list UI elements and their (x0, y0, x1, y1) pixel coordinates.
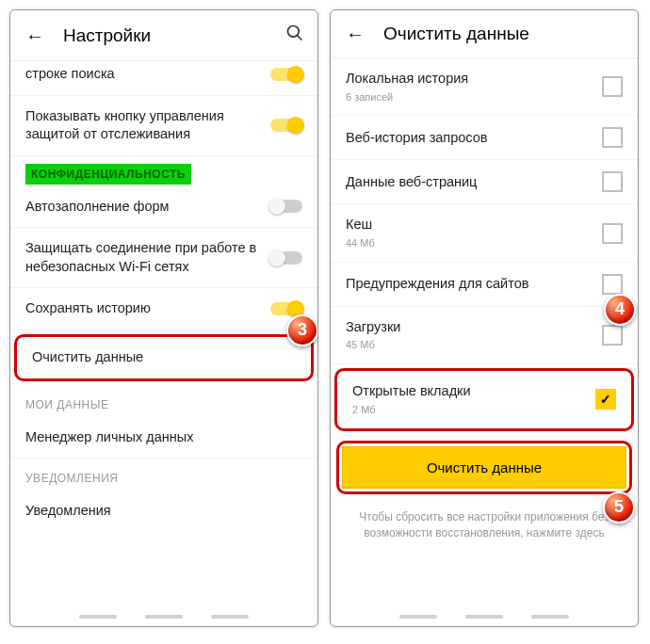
reset-hint[interactable]: Чтобы сбросить все настройки приложения … (331, 500, 638, 542)
section-notifications: УВЕДОМЛЕНИЯ (10, 459, 317, 491)
back-icon[interactable]: ← (346, 24, 365, 43)
row-sublabel: 2 Мб (352, 403, 584, 417)
checkbox[interactable] (602, 171, 623, 192)
clear-data-button[interactable]: Очистить данные (342, 446, 626, 489)
row-sublabel: 44 Мб (346, 236, 591, 250)
setting-row-protect[interactable]: Защищать соединение при работе в небезоп… (10, 228, 317, 288)
checkbox[interactable] (602, 223, 623, 244)
clear-item-row[interactable]: Кеш44 Мб (331, 204, 638, 262)
highlight-clear-data: Очистить данные 3 (14, 334, 314, 381)
row-label: Очистить данные (32, 348, 296, 367)
setting-row[interactable]: строке поиска (10, 61, 317, 96)
toggle[interactable] (270, 119, 302, 132)
header: ← Настройки (10, 10, 317, 61)
highlight-clear-button: Очистить данные5 (336, 441, 632, 494)
page-title: Очистить данные (383, 24, 625, 44)
step-badge-4: 4 (604, 294, 636, 326)
clear-item-row[interactable]: Локальная история6 записей (331, 58, 638, 116)
row-label: Показывать кнопку управления защитой от … (25, 107, 270, 144)
open-tabs-row[interactable]: Открытые вкладки2 Мб (337, 371, 631, 427)
row-label: Менеджер личных данных (25, 428, 302, 447)
row-label: Локальная история6 записей (346, 70, 602, 104)
toggle[interactable] (270, 68, 302, 81)
checkbox[interactable] (602, 127, 623, 148)
row-sublabel: 6 записей (346, 90, 591, 105)
toggle[interactable] (270, 200, 302, 213)
step-badge-5: 5 (603, 491, 635, 523)
clear-data-row[interactable]: Очистить данные (17, 337, 311, 378)
row-label: Автозаполнение форм (25, 198, 270, 217)
toggle[interactable] (270, 251, 302, 265)
android-navbar (10, 613, 317, 626)
step-badge-3: 3 (286, 314, 317, 346)
row-label: Открытые вкладки2 Мб (352, 382, 595, 416)
checkbox-checked[interactable] (595, 389, 616, 410)
toggle[interactable] (270, 302, 302, 315)
notifications-row[interactable]: Уведомления (10, 491, 317, 532)
header: ← Очистить данные (331, 10, 638, 58)
personal-data-manager-row[interactable]: Менеджер личных данных (10, 417, 317, 459)
setting-row-tracking[interactable]: Показывать кнопку управления защитой от … (10, 96, 317, 156)
clear-item-row[interactable]: Предупреждения для сайтов (331, 263, 638, 307)
row-label: Данные веб-страниц (346, 173, 602, 192)
row-label: Уведомления (25, 502, 302, 521)
row-sublabel: 45 Мб (346, 338, 591, 352)
row-label: Предупреждения для сайтов (346, 275, 602, 294)
clear-item-row[interactable]: Загрузки45 Мб4 (331, 307, 638, 364)
clear-data-screen: ← Очистить данные Локальная история6 зап… (330, 9, 639, 627)
clear-item-row[interactable]: Данные веб-страниц (331, 160, 638, 204)
highlight-open-tabs: Открытые вкладки2 Мб (334, 368, 634, 430)
checkbox[interactable] (602, 274, 623, 295)
android-navbar (331, 613, 638, 626)
section-mydata: МОИ ДАННЫЕ (10, 385, 317, 417)
row-label: Защищать соединение при работе в небезоп… (25, 239, 270, 276)
svg-point-0 (288, 26, 300, 38)
checkbox[interactable] (602, 325, 623, 346)
back-icon[interactable]: ← (25, 26, 44, 45)
page-title: Настройки (63, 25, 267, 46)
clear-item-row[interactable]: Веб-история запросов (331, 116, 638, 160)
row-label: Кеш44 Мб (346, 216, 602, 250)
setting-row-autofill[interactable]: Автозаполнение форм (10, 186, 317, 229)
section-privacy: КОНФИДЕНЦИАЛЬНОСТЬ (25, 164, 191, 185)
row-label: Сохранять историю (25, 299, 270, 318)
search-icon[interactable] (285, 24, 304, 47)
setting-row-history[interactable]: Сохранять историю (10, 288, 317, 330)
row-label: Загрузки45 Мб (346, 318, 602, 352)
checkbox[interactable] (602, 76, 623, 97)
svg-line-1 (298, 36, 302, 40)
row-label: Веб-история запросов (346, 129, 602, 148)
row-label: строке поиска (25, 65, 270, 84)
settings-screen: ← Настройки строке поиска Показывать кно… (9, 9, 318, 627)
